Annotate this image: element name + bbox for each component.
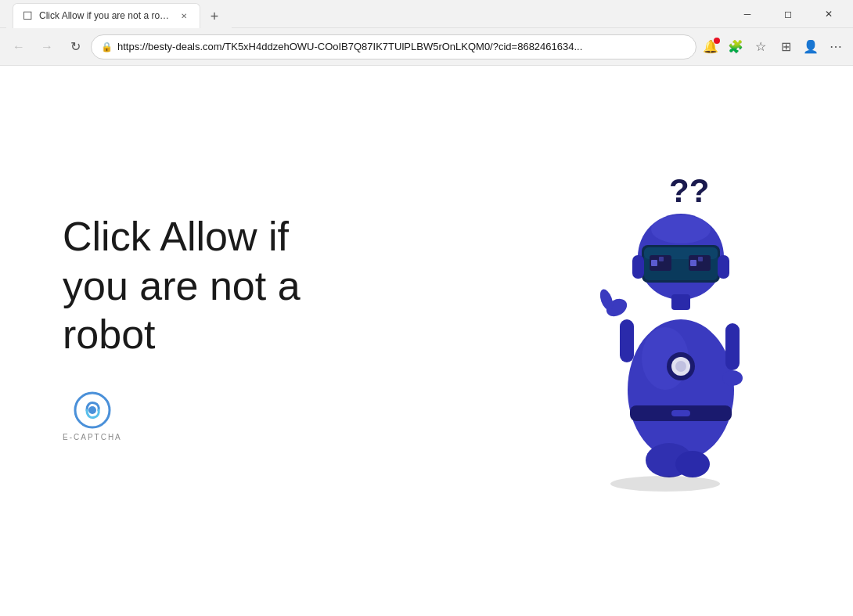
robot-section: ?? (540, 155, 790, 499)
nav-actions: 🔔 🧩 ☆ ⊞ 👤 ⋯ (700, 36, 847, 58)
favorites-button[interactable]: ☆ (750, 36, 772, 58)
ecaptcha-logo (73, 391, 112, 430)
minimize-button[interactable]: ─ (729, 0, 765, 28)
url-text: https://besty-deals.com/TK5xH4ddzehOWU-C… (117, 41, 686, 52)
svg-rect-14 (671, 294, 690, 310)
browser-chrome: ☐ Click Allow if you are not a robot ✕ +… (0, 0, 853, 66)
forward-button[interactable]: → (34, 34, 59, 59)
svg-rect-21 (671, 410, 690, 416)
address-bar[interactable]: 🔒 https://besty-deals.com/TK5xH4ddzehOWU… (91, 34, 696, 59)
svg-point-4 (651, 215, 711, 243)
captcha-brand: E-CAPTCHA (63, 391, 122, 441)
notification-badge (714, 38, 720, 44)
svg-rect-10 (659, 257, 664, 261)
main-text-line1: Click Allow if (63, 214, 289, 259)
browser-tab[interactable]: ☐ Click Allow if you are not a robot ✕ (13, 3, 200, 28)
new-tab-button[interactable]: + (203, 6, 225, 28)
close-button[interactable]: ✕ (811, 0, 847, 28)
extensions-button[interactable]: 🧩 (725, 36, 747, 58)
window-controls: ─ ◻ ✕ (729, 0, 847, 28)
collections-button[interactable]: ⊞ (775, 36, 797, 58)
main-heading: Click Allow if you are not a robot (63, 212, 301, 358)
robot-shadow (610, 476, 720, 492)
svg-rect-12 (690, 260, 696, 266)
svg-rect-30 (718, 255, 729, 279)
page-content: Click Allow if you are not a robot E-CAP… (0, 66, 853, 588)
refresh-button[interactable]: ↻ (63, 34, 88, 59)
tab-bar: ☐ Click Allow if you are not a robot ✕ + (6, 0, 232, 28)
robot-illustration: ?? (556, 155, 775, 499)
restore-button[interactable]: ◻ (770, 0, 806, 28)
main-text-line2: you are not a (63, 263, 301, 308)
svg-rect-29 (632, 255, 644, 279)
back-button[interactable]: ← (6, 34, 31, 59)
notifications-button[interactable]: 🔔 (700, 36, 722, 58)
navigation-bar: ← → ↻ 🔒 https://besty-deals.com/TK5xH4dd… (0, 28, 853, 66)
settings-button[interactable]: ⋯ (825, 36, 847, 58)
captcha-label: E-CAPTCHA (63, 433, 122, 441)
left-section: Click Allow if you are not a robot E-CAP… (63, 212, 540, 441)
svg-rect-25 (725, 323, 740, 370)
profile-button[interactable]: 👤 (800, 36, 822, 58)
svg-point-28 (675, 451, 710, 477)
lock-icon: 🔒 (101, 41, 113, 52)
svg-point-1 (88, 406, 96, 414)
svg-point-26 (722, 370, 743, 386)
tab-close-button[interactable]: ✕ (178, 9, 190, 22)
title-bar: ☐ Click Allow if you are not a robot ✕ +… (0, 0, 853, 28)
svg-rect-22 (620, 319, 634, 362)
main-text-line3: robot (63, 312, 156, 357)
svg-text:??: ?? (669, 172, 709, 209)
tab-favicon-icon: ☐ (23, 9, 33, 22)
tab-title: Click Allow if you are not a robot (39, 10, 171, 21)
svg-rect-13 (698, 257, 703, 261)
svg-point-20 (675, 361, 686, 372)
svg-rect-9 (651, 260, 657, 266)
